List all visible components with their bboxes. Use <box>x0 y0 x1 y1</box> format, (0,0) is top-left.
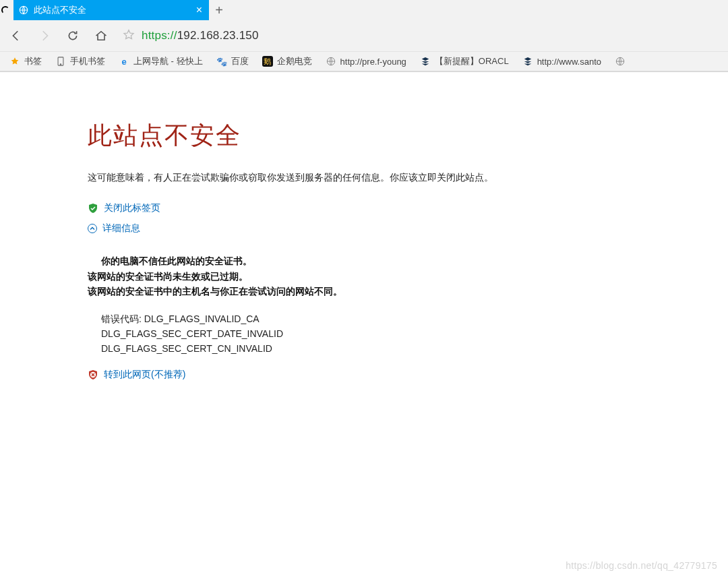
globe-icon <box>615 56 626 67</box>
close-tab-link[interactable]: 关闭此标签页 <box>104 202 160 214</box>
bookmark-label: 百度 <box>231 55 249 67</box>
bookmark-nav[interactable]: e 上网导航 - 轻快上 <box>113 54 208 69</box>
bookmark-santo[interactable]: http://www.santo <box>517 55 607 68</box>
home-button[interactable] <box>88 22 115 49</box>
bookmark-label: 企鹅电竞 <box>277 55 312 67</box>
bookmark-books[interactable]: 书签 <box>4 54 47 69</box>
watermark-text: https://blog.csdn.net/qq_42779175 <box>566 560 717 571</box>
phone-icon <box>55 56 66 67</box>
error-code-line: DLG_FLAGS_SEC_CERT_CN_INVALID <box>101 341 715 356</box>
globe-icon <box>19 5 28 15</box>
penguin-icon: 鹅 <box>262 56 273 67</box>
shield-warn-icon <box>88 369 98 380</box>
url-host: 192.168.23.150 <box>177 29 259 42</box>
back-button[interactable] <box>3 22 30 49</box>
close-tab-line: 关闭此标签页 <box>88 202 715 214</box>
bookmark-qie[interactable]: 鹅 企鹅电竞 <box>257 54 317 69</box>
goto-page-link[interactable]: 转到此网页(不推荐) <box>104 369 185 381</box>
bookmark-label: 【新提醒】ORACL <box>435 55 509 67</box>
goto-page-line: 转到此网页(不推荐) <box>88 369 715 381</box>
bookmark-pre-fyoung[interactable]: http://pre.f-young <box>320 55 412 68</box>
error-codes: 错误代码: DLG_FLAGS_INVALID_CA DLG_FLAGS_SEC… <box>101 311 715 357</box>
warning-description: 这可能意味着，有人正在尝试欺骗你或窃取你发送到服务器的任何信息。你应该立即关闭此… <box>88 170 715 185</box>
address-bar[interactable]: https://192.168.23.150 <box>116 26 725 46</box>
bookmark-label: http://www.santo <box>537 57 601 67</box>
url-scheme: https:// <box>142 29 177 42</box>
detail-line: 该网站的安全证书尚未生效或已过期。 <box>88 269 715 284</box>
spinner-icon <box>1 6 9 14</box>
browser-chrome: 此站点不安全 × + https://192.168.23.150 <box>0 0 728 72</box>
bookmark-label: 书签 <box>24 55 42 67</box>
new-tab-button[interactable]: + <box>209 0 229 20</box>
error-code-line: 错误代码: DLG_FLAGS_INVALID_CA <box>101 311 715 326</box>
tab-close-button[interactable]: × <box>193 5 205 16</box>
page-title: 此站点不安全 <box>88 119 715 152</box>
reload-button[interactable] <box>59 22 86 49</box>
svg-point-2 <box>60 64 61 65</box>
page-content: 此站点不安全 这可能意味着，有人正在尝试欺骗你或窃取你发送到服务器的任何信息。你… <box>0 72 728 394</box>
bookmark-overflow[interactable] <box>609 55 626 68</box>
active-tab[interactable]: 此站点不安全 × <box>13 0 209 20</box>
bookmark-label: http://pre.f-young <box>340 57 406 67</box>
shield-ok-icon <box>88 203 98 214</box>
details-toggle-line: 详细信息 <box>88 222 715 235</box>
url-text: https://192.168.23.150 <box>142 29 259 42</box>
favorite-star-icon[interactable] <box>123 29 135 43</box>
s-icon <box>420 56 431 67</box>
tab-title: 此站点不安全 <box>34 4 188 16</box>
e-icon: e <box>119 56 129 67</box>
chevron-up-circle-icon <box>88 224 97 233</box>
loading-spinner-fragment <box>0 0 13 20</box>
nav-bar: https://192.168.23.150 <box>0 20 728 51</box>
bookmark-label: 手机书签 <box>70 55 105 67</box>
s-icon <box>522 56 533 67</box>
bookmark-label: 上网导航 - 轻快上 <box>133 55 203 67</box>
forward-button[interactable] <box>31 22 58 49</box>
globe-icon <box>326 56 336 67</box>
details-link[interactable]: 详细信息 <box>102 222 140 235</box>
star-icon <box>9 56 20 67</box>
detail-line: 该网站的安全证书中的主机名与你正在尝试访问的网站不同。 <box>88 284 715 299</box>
details-block: 你的电脑不信任此网站的安全证书。 该网站的安全证书尚未生效或已过期。 该网站的安… <box>88 253 715 380</box>
error-code-line: DLG_FLAGS_SEC_CERT_DATE_INVALID <box>101 326 715 341</box>
bookmark-oracle[interactable]: 【新提醒】ORACL <box>415 54 514 69</box>
bookmark-phone[interactable]: 手机书签 <box>50 54 111 69</box>
detail-line: 你的电脑不信任此网站的安全证书。 <box>101 253 715 268</box>
bookmarks-bar: 书签 手机书签 e 上网导航 - 轻快上 🐾 百度 鹅 企鹅电竞 http://… <box>0 51 728 71</box>
bookmark-baidu[interactable]: 🐾 百度 <box>211 54 254 69</box>
paw-icon: 🐾 <box>216 56 227 67</box>
tab-strip: 此站点不安全 × + <box>0 0 728 20</box>
